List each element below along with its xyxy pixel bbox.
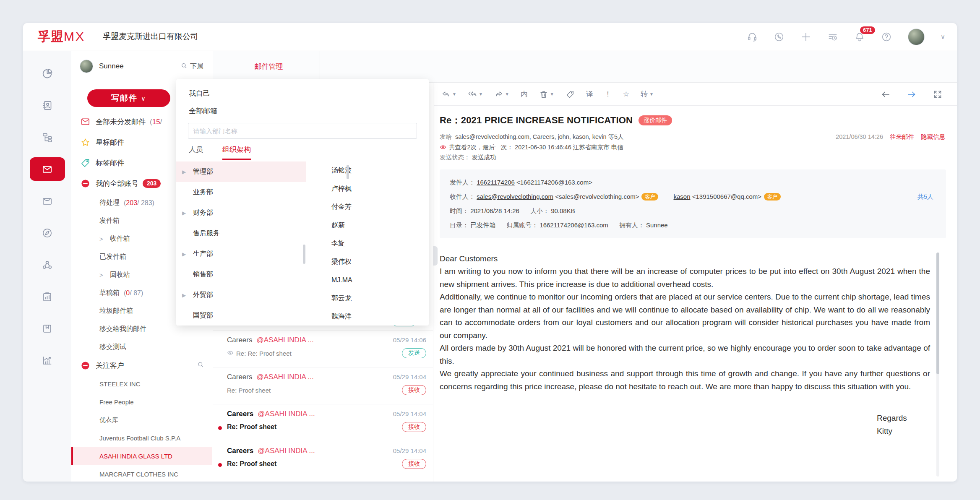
expand-caret-icon[interactable]: >	[99, 271, 103, 279]
internal-mail-button[interactable]: 内	[521, 89, 528, 99]
department-row[interactable]: ▶生产部	[176, 244, 306, 264]
translate-button[interactable]: 译	[586, 89, 593, 99]
department-row[interactable]: 售后服务	[176, 223, 306, 244]
expand-caret-icon[interactable]: >	[99, 235, 103, 242]
customer-item-active[interactable]: ASAHI INDIA GLASS LTD	[71, 447, 212, 465]
rail-mail-icon[interactable]	[23, 153, 71, 185]
member-row[interactable]: 魏海洋	[306, 307, 429, 326]
department-row-active[interactable]: ▶管理部	[176, 161, 306, 182]
compose-button[interactable]: 写邮件∨	[87, 89, 170, 107]
folder-label: 我的全部账号	[96, 179, 138, 188]
account-picker-dropdown: 我自己 全部邮箱 人员 组织架构 ▶管理部 业务部 ▶财务部 售后服务 ▶生产部…	[176, 79, 429, 326]
caret-down-icon: ▼	[479, 92, 483, 96]
rail-dashboard-icon[interactable]	[23, 57, 71, 89]
department-row[interactable]: ▶财务部	[176, 203, 306, 223]
scrollbar-thumb[interactable]	[936, 253, 939, 374]
help-icon[interactable]	[881, 31, 892, 42]
body-scrollbar[interactable]	[936, 253, 939, 477]
transfer-button[interactable]: 转▼	[641, 89, 654, 99]
chevron-down-icon[interactable]: ∨	[941, 33, 945, 41]
pane-collapse-handle[interactable]	[433, 246, 438, 266]
sidebar-avatar[interactable]	[80, 60, 93, 73]
sidebar-user-row: Sunnee 下属	[71, 51, 212, 82]
customer-item[interactable]: 优衣库	[71, 411, 212, 429]
watched-customers-header[interactable]: 关注客户	[71, 356, 212, 375]
mail-list-item-unread[interactable]: Careers@ASAHI INDIA ...05/29 14:04 Re: P…	[213, 404, 433, 441]
delete-button[interactable]: ▼	[539, 90, 554, 99]
hide-info-link[interactable]: 隐藏信息	[921, 132, 945, 142]
folder-label: 移交测试	[99, 343, 126, 352]
triangle-caret-icon[interactable]: ▶	[182, 210, 193, 216]
department-row[interactable]: 业务部	[176, 182, 306, 203]
history-link[interactable]: 往来邮件	[890, 132, 914, 142]
mail-subject: Re: Proof sheet	[227, 423, 276, 431]
member-row[interactable]: 付金芳	[306, 198, 429, 216]
bell-icon[interactable]: 671	[854, 31, 865, 42]
department-search-input[interactable]	[188, 123, 417, 139]
prev-mail-icon[interactable]	[881, 89, 891, 99]
dropdown-item-all-mailboxes[interactable]: 全部邮箱	[176, 102, 429, 120]
customer-item[interactable]: Free People	[71, 393, 212, 411]
headset-icon[interactable]	[747, 31, 758, 42]
member-column: 汤铭波 卢梓枫 付金芳 赵新 李旋 梁伟权 MJ.MA 郭云龙 魏海洋	[306, 161, 429, 326]
reply-all-button[interactable]: ▼	[468, 90, 483, 99]
rail-compass-icon[interactable]	[23, 217, 71, 249]
total-recipients-link[interactable]: 共5人	[917, 190, 933, 204]
customer-item[interactable]: MARCRAFT CLOTHES INC	[71, 465, 212, 482]
next-mail-icon[interactable]	[907, 89, 917, 99]
member-row[interactable]: 汤铭波	[306, 161, 429, 180]
department-search	[188, 123, 417, 139]
rail-contacts-icon[interactable]	[23, 89, 71, 121]
member-label: MJ.MA	[331, 276, 352, 284]
member-row[interactable]: 郭云龙	[306, 289, 429, 308]
customer-item[interactable]: STEELEX INC	[71, 375, 212, 393]
department-scrollbar-thumb[interactable]	[303, 245, 305, 264]
member-row[interactable]: 李旋	[306, 234, 429, 253]
tag-button[interactable]	[566, 90, 575, 99]
mail-list-item-unread[interactable]: Careers@ASAHI INDIA ...05/29 14:04 Re: P…	[213, 441, 433, 478]
member-row[interactable]: 卢梓枫	[306, 180, 429, 198]
star-button[interactable]: ☆	[623, 90, 629, 99]
member-row[interactable]: 赵新	[306, 216, 429, 235]
department-row[interactable]: 国贸部	[176, 305, 306, 326]
reply-button[interactable]: ▼	[441, 90, 456, 99]
customer-item[interactable]: Juventus Football Club S.P.A	[71, 429, 212, 447]
forward-button[interactable]: ▼	[494, 90, 509, 99]
tab-mail-management[interactable]: 邮件管理	[218, 51, 320, 82]
mail-list-item[interactable]: Careers@ASAHI INDIA ...05/29 14:04 Re: P…	[213, 367, 433, 404]
fullscreen-icon[interactable]	[933, 89, 943, 99]
to-address-link[interactable]: kason	[673, 193, 690, 200]
member-row[interactable]: 梁伟权	[306, 253, 429, 271]
rail-book-icon[interactable]	[23, 312, 71, 344]
important-button[interactable]: ！	[605, 89, 612, 99]
tab-people[interactable]: 人员	[189, 145, 203, 160]
from-address-link[interactable]: 16621174206	[477, 179, 515, 186]
plus-icon[interactable]	[800, 31, 811, 42]
mail-list-item[interactable]: Careers@ASAHI INDIA ...05/29 14:06 Re: R…	[213, 330, 433, 367]
tab-org-structure[interactable]: 组织架构	[222, 145, 251, 160]
customer-search-icon[interactable]	[197, 361, 204, 370]
member-scrollbar-thumb[interactable]	[347, 165, 349, 179]
triangle-caret-icon[interactable]: ▶	[182, 292, 193, 298]
triangle-caret-icon[interactable]: ▶	[182, 169, 193, 175]
rail-orgchart-icon[interactable]	[23, 121, 71, 153]
triangle-caret-icon[interactable]: ▶	[182, 251, 193, 257]
folder-handover-test[interactable]: 移交测试	[71, 338, 212, 356]
views-text: 共查看2次，最后一次： 2021-06-30 16:46:46 江苏省南京市 电…	[449, 142, 623, 153]
rail-report-icon[interactable]	[23, 281, 71, 312]
rail-network-icon[interactable]	[23, 249, 71, 281]
rail-mail-open-icon[interactable]	[23, 185, 71, 217]
department-row[interactable]: 销售部	[176, 264, 306, 285]
subordinate-search[interactable]: 下属	[180, 62, 203, 71]
task-history-icon[interactable]	[827, 31, 838, 42]
rail-analytics-icon[interactable]	[23, 344, 71, 376]
dropdown-item-me[interactable]: 我自己	[176, 84, 429, 102]
user-avatar[interactable]	[908, 29, 925, 45]
dropdown-tabs: 人员 组织架构	[176, 139, 429, 160]
department-row[interactable]: ▶外贸部	[176, 285, 306, 305]
customer-label: ASAHI INDIA GLASS LTD	[99, 453, 172, 460]
to-address-link[interactable]: sales@revolveclothing.com	[477, 193, 553, 200]
member-row[interactable]: MJ.MA	[306, 271, 429, 289]
signature-regards: Regards	[877, 411, 957, 424]
chat-phone-icon[interactable]	[774, 31, 785, 42]
